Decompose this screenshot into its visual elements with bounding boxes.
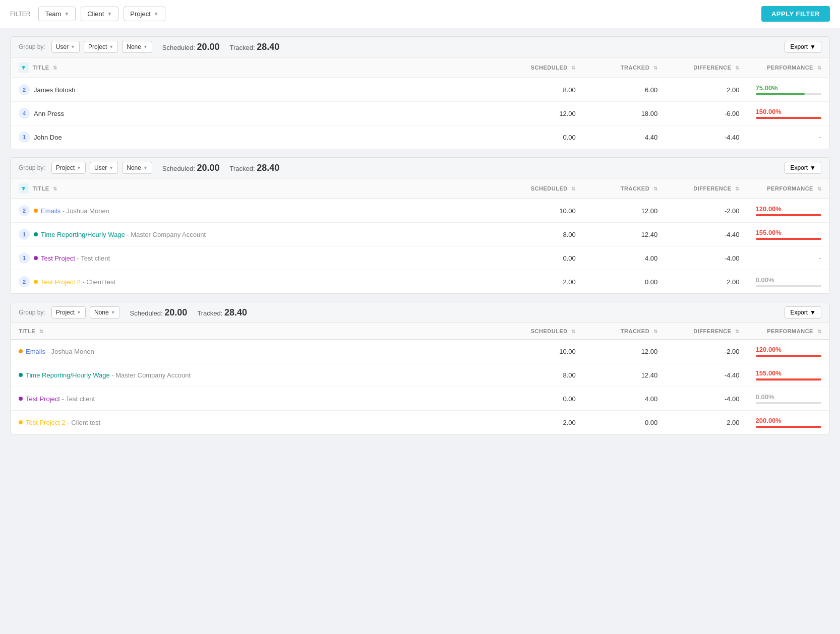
tracked-cell: 18.00 [584,102,666,125]
performance-cell-wrap: 150.00% [748,102,829,125]
col-header-tracked-3[interactable]: TRACKED ⇅ [584,323,666,340]
scheduled-cell: 0.00 [502,125,583,149]
project-name[interactable]: Emails [41,207,61,215]
title-cell: 2 Emails - Joshua Monen [11,199,502,223]
col-header-tracked-1[interactable]: TRACKED ⇅ [584,57,666,78]
group-by-none-select-1[interactable]: None ▼ [122,41,152,53]
group-by-label-1: Group by: [19,43,45,50]
project-name[interactable]: Time Reporting/Hourly Wage [26,371,110,379]
perf-value: 155.00% [756,229,782,236]
group-by-project-select-3[interactable]: Project ▼ [51,306,86,319]
scheduled-cell: 0.00 [502,387,583,411]
summary-tracked-2: Tracked: 28.40 [230,163,280,173]
perf-value: - [819,134,821,141]
row-badge: 2 [19,84,30,95]
group-by-user-select-1[interactable]: User ▼ [51,41,80,53]
col-header-performance-1[interactable]: PERFORMANCE ⇅ [748,57,829,78]
project-filter[interactable]: Project ▼ [124,7,165,21]
perf-value: 0.00% [756,393,774,401]
performance-cell-wrap: 0.00% [748,387,829,411]
export-button-3[interactable]: Export ▼ [785,306,821,319]
performance-cell: 155.00% [756,369,821,381]
client-filter[interactable]: Client ▼ [81,7,118,21]
perf-value: 155.00% [756,369,782,377]
difference-cell: -2.00 [666,340,747,363]
expand-icon-1[interactable]: ▼ [19,62,29,73]
performance-cell-wrap: - [748,125,829,149]
person-name: James Botosh [34,86,75,94]
project-name[interactable]: Test Project 2 [41,278,81,286]
project-name[interactable]: Test Project 2 [26,419,66,426]
difference-cell: -4.40 [666,363,747,387]
project-name[interactable]: Test Project [26,395,60,403]
client-name: - Joshua Monen [61,207,109,215]
difference-cell: -4.40 [666,125,747,149]
client-name: - Test client [60,395,95,403]
table-row: 1 Test Project - Test client 0.00 4.00 -… [11,246,829,270]
table-3: TITLE ⇅ SCHEDULED ⇅ TRACKED ⇅ DIFFERENCE… [11,323,829,434]
col-header-scheduled-2[interactable]: SCHEDULED ⇅ [502,178,583,199]
apply-filter-button[interactable]: APPLY FILTER [761,6,830,22]
scheduled-cell: 8.00 [502,363,583,387]
performance-cell: 155.00% [756,229,821,240]
export-button-2[interactable]: Export ▼ [785,162,821,174]
perf-bar [756,117,821,119]
perf-bar [756,238,821,240]
col-header-performance-2[interactable]: PERFORMANCE ⇅ [748,178,829,199]
col-header-performance-3[interactable]: PERFORMANCE ⇅ [748,323,829,340]
group-by-bar-3: Group by: Project ▼ None ▼ Scheduled: 20… [11,302,829,323]
tracked-cell: 4.00 [584,246,666,270]
performance-cell: 0.00% [756,276,821,287]
summary-tracked-1: Tracked: 28.40 [230,42,280,52]
group-by-user-select-2[interactable]: User ▼ [90,162,118,174]
group-by-project-select-2[interactable]: Project ▼ [51,162,86,174]
expand-icon-2[interactable]: ▼ [19,183,29,194]
title-cell: Emails - Joshua Monen [11,340,502,363]
perf-value: 75.00% [756,84,778,92]
filter-label: FILTER [10,11,30,18]
col-header-difference-3[interactable]: DIFFERENCE ⇅ [666,323,747,340]
performance-cell-wrap: 0.00% [748,270,829,294]
tracked-cell: 6.00 [584,78,666,102]
row-badge: 1 [19,132,30,143]
scheduled-cell: 10.00 [502,199,583,223]
perf-bar [756,93,805,95]
filter-bar: FILTER Team ▼ Client ▼ Project ▼ APPLY F… [0,0,840,28]
title-cell: 1 John Doe [11,125,502,149]
row-badge: 2 [19,276,30,287]
title-cell: 2 Test Project 2 - Client test [11,270,502,294]
table-row: 2 Test Project 2 - Client test 2.00 0.00… [11,270,829,294]
perf-bar-bg [756,93,821,95]
export-button-1[interactable]: Export ▼ [785,41,821,53]
title-cell: 1 Time Reporting/Hourly Wage - Master Co… [11,223,502,246]
perf-bar-bg [756,426,821,428]
col-header-difference-1[interactable]: DIFFERENCE ⇅ [666,57,747,78]
performance-cell-wrap: - [748,246,829,270]
col-header-scheduled-3[interactable]: SCHEDULED ⇅ [502,323,583,340]
project-name[interactable]: Test Project [41,255,75,262]
row-badge: 1 [19,252,30,264]
summary-scheduled-3: Scheduled: 20.00 [130,307,188,318]
difference-cell: -4.40 [666,223,747,246]
col-header-title-2[interactable]: ▼ TITLE ⇅ [11,178,502,199]
col-header-title-3[interactable]: TITLE ⇅ [11,323,502,340]
group-by-none-select-2[interactable]: None ▼ [122,162,152,174]
perf-bar-bg [756,214,821,216]
col-header-title-1[interactable]: ▼ TITLE ⇅ [11,57,502,78]
col-header-scheduled-1[interactable]: SCHEDULED ⇅ [502,57,583,78]
team-filter[interactable]: Team ▼ [38,7,76,21]
group-by-none-select-3[interactable]: None ▼ [90,306,120,319]
group-by-project-select-1[interactable]: Project ▼ [84,41,118,53]
client-name: - Client test [66,419,100,426]
col-header-tracked-2[interactable]: TRACKED ⇅ [584,178,666,199]
col-header-difference-2[interactable]: DIFFERENCE ⇅ [666,178,747,199]
performance-cell-wrap: 120.00% [748,340,829,363]
performance-cell: 200.00% [756,417,821,428]
project-name[interactable]: Emails [26,348,45,355]
difference-cell: 2.00 [666,270,747,294]
performance-cell: 0.00% [756,393,821,404]
scheduled-cell: 8.00 [502,78,583,102]
project-filter-arrow: ▼ [154,11,159,17]
client-name: - Client test [81,278,115,286]
project-name[interactable]: Time Reporting/Hourly Wage [41,231,125,238]
